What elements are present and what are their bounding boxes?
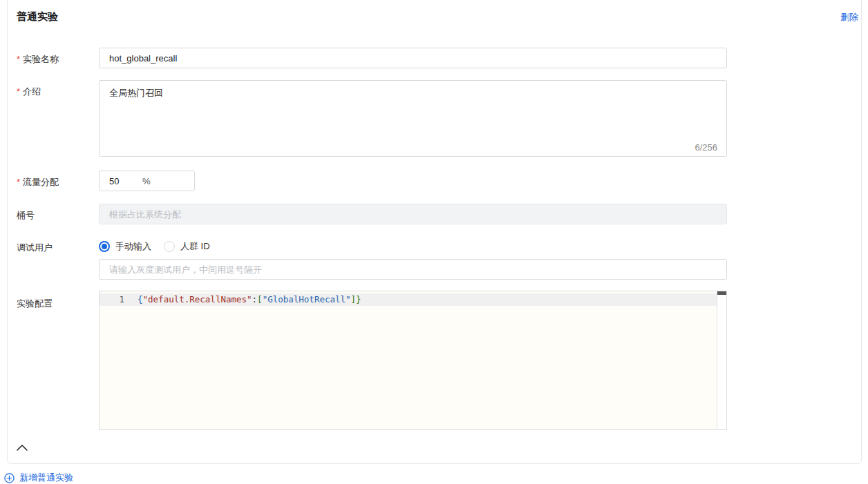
radio-icon[interactable] — [99, 241, 110, 252]
editor-scrollbar-track[interactable] — [717, 291, 726, 429]
intro-textarea-wrap: 全局热门召回 6/256 — [99, 80, 727, 157]
radio-label: 手动输入 — [115, 240, 151, 253]
radio-icon[interactable] — [164, 241, 175, 252]
required-mark: * — [17, 54, 20, 64]
radio-option-crowd-id[interactable]: 人群 ID — [164, 240, 210, 253]
add-experiment-label: 新增普通实验 — [19, 472, 73, 484]
radio-label: 人群 ID — [180, 240, 210, 253]
line-number: 1 — [100, 293, 124, 306]
field-label-intro: *介绍 — [17, 86, 41, 98]
required-mark: * — [17, 177, 20, 187]
chevron-up-icon — [15, 443, 29, 454]
intro-textarea[interactable]: 全局热门召回 — [99, 80, 727, 157]
collapse-panel-button[interactable] — [15, 443, 29, 454]
editor-scrollbar-thumb[interactable] — [717, 291, 726, 295]
config-code-editor[interactable]: 1 {"default.RecallNames":["GlobalHotReca… — [99, 291, 727, 430]
field-label-bucket: 桶号 — [17, 209, 35, 222]
field-label-traffic: *流量分配 — [17, 176, 59, 188]
required-mark: * — [17, 86, 20, 97]
add-experiment-button[interactable]: 新增普通实验 — [4, 472, 73, 484]
field-label-config: 实验配置 — [17, 298, 53, 310]
page-title: 普通实验 — [17, 10, 58, 23]
debug-user-radio-group: 手动输入 人群 ID — [99, 240, 210, 253]
delete-button[interactable]: 删除 — [840, 11, 858, 23]
plus-circle-icon — [4, 473, 15, 483]
field-label-name: *实验名称 — [17, 53, 59, 66]
debug-user-input[interactable] — [99, 259, 727, 280]
code-line[interactable]: {"default.RecallNames":["GlobalHotRecall… — [138, 293, 361, 306]
percent-unit: % — [142, 176, 151, 186]
traffic-percent-input[interactable] — [100, 171, 138, 191]
field-label-debug-user: 调试用户 — [17, 242, 53, 254]
traffic-input-wrap: % — [99, 171, 195, 191]
experiment-name-input[interactable] — [99, 48, 727, 68]
char-counter: 6/256 — [695, 142, 717, 153]
radio-option-manual-input[interactable]: 手动输入 — [99, 240, 151, 253]
bucket-number-input — [99, 204, 727, 224]
